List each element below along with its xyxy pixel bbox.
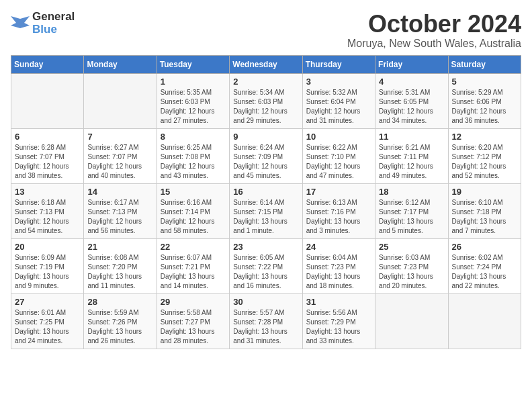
day-number: 9 [233,132,298,142]
day-number: 22 [161,242,226,252]
day-number: 31 [306,297,371,307]
day-info: Sunrise: 6:18 AMSunset: 7:13 PMDaylight:… [15,198,80,236]
title-block: October 2024 Moruya, New South Wales, Au… [347,11,521,50]
day-number: 23 [233,242,298,252]
day-info: Sunrise: 5:56 AMSunset: 7:29 PMDaylight:… [306,308,371,346]
day-number: 11 [379,132,444,142]
day-info: Sunrise: 6:27 AMSunset: 7:07 PMDaylight:… [87,143,152,181]
day-info: Sunrise: 5:32 AMSunset: 6:04 PMDaylight:… [306,88,371,126]
calendar-cell: 8Sunrise: 6:25 AMSunset: 7:08 PMDaylight… [157,128,229,183]
calendar-cell [448,293,521,349]
day-info: Sunrise: 5:35 AMSunset: 6:03 PMDaylight:… [161,88,226,126]
calendar-cell: 29Sunrise: 5:58 AMSunset: 7:27 PMDayligh… [157,293,229,349]
day-info: Sunrise: 6:13 AMSunset: 7:16 PMDaylight:… [306,198,371,236]
logo: General Blue [11,11,75,36]
calendar-cell: 16Sunrise: 6:14 AMSunset: 7:15 PMDayligh… [230,183,302,238]
week-row-4: 20Sunrise: 6:09 AMSunset: 7:19 PMDayligh… [11,238,521,293]
week-row-2: 6Sunrise: 6:28 AMSunset: 7:07 PMDaylight… [11,128,521,183]
day-info: Sunrise: 6:04 AMSunset: 7:23 PMDaylight:… [306,253,371,291]
calendar-cell [84,73,157,128]
month-title: October 2024 [347,11,521,38]
calendar-table: SundayMondayTuesdayWednesdayThursdayFrid… [11,55,521,349]
calendar-cell: 11Sunrise: 6:21 AMSunset: 7:11 PMDayligh… [375,128,448,183]
calendar-cell: 1Sunrise: 5:35 AMSunset: 6:03 PMDaylight… [157,73,229,128]
day-number: 12 [452,132,517,142]
day-number: 26 [452,242,517,252]
day-number: 8 [161,132,226,142]
day-number: 24 [306,242,371,252]
calendar-cell: 18Sunrise: 6:12 AMSunset: 7:17 PMDayligh… [375,183,448,238]
day-number: 16 [233,187,298,197]
calendar-cell: 19Sunrise: 6:10 AMSunset: 7:18 PMDayligh… [448,183,521,238]
day-info: Sunrise: 6:12 AMSunset: 7:17 PMDaylight:… [379,198,444,236]
day-number: 20 [15,242,80,252]
day-number: 28 [87,297,152,307]
day-info: Sunrise: 6:01 AMSunset: 7:25 PMDaylight:… [15,308,80,346]
day-info: Sunrise: 6:28 AMSunset: 7:07 PMDaylight:… [15,143,80,181]
day-number: 18 [379,187,444,197]
calendar-cell: 14Sunrise: 6:17 AMSunset: 7:13 PMDayligh… [84,183,157,238]
week-row-5: 27Sunrise: 6:01 AMSunset: 7:25 PMDayligh… [11,293,521,349]
calendar-cell: 17Sunrise: 6:13 AMSunset: 7:16 PMDayligh… [302,183,375,238]
header-tuesday: Tuesday [157,55,229,73]
day-info: Sunrise: 6:21 AMSunset: 7:11 PMDaylight:… [379,143,444,181]
calendar-cell: 5Sunrise: 5:29 AMSunset: 6:06 PMDaylight… [448,73,521,128]
day-info: Sunrise: 5:29 AMSunset: 6:06 PMDaylight:… [452,88,517,126]
day-number: 30 [233,297,298,307]
week-row-1: 1Sunrise: 5:35 AMSunset: 6:03 PMDaylight… [11,73,521,128]
day-number: 5 [452,77,517,87]
calendar-cell: 30Sunrise: 5:57 AMSunset: 7:28 PMDayligh… [230,293,302,349]
day-info: Sunrise: 6:09 AMSunset: 7:19 PMDaylight:… [15,253,80,291]
logo-blue: Blue [32,24,75,36]
location-title: Moruya, New South Wales, Australia [347,38,521,50]
header-friday: Friday [375,55,448,73]
day-info: Sunrise: 6:02 AMSunset: 7:24 PMDaylight:… [452,253,517,291]
calendar-cell: 9Sunrise: 6:24 AMSunset: 7:09 PMDaylight… [230,128,302,183]
page-header: General Blue October 2024 Moruya, New So… [11,11,521,50]
day-number: 3 [306,77,371,87]
calendar-cell: 28Sunrise: 5:59 AMSunset: 7:26 PMDayligh… [84,293,157,349]
header-saturday: Saturday [448,55,521,73]
day-number: 29 [161,297,226,307]
day-number: 6 [15,132,80,142]
calendar-cell: 22Sunrise: 6:07 AMSunset: 7:21 PMDayligh… [157,238,229,293]
day-info: Sunrise: 5:58 AMSunset: 7:27 PMDaylight:… [161,308,226,346]
day-info: Sunrise: 6:14 AMSunset: 7:15 PMDaylight:… [233,198,298,236]
day-number: 27 [15,297,80,307]
day-number: 13 [15,187,80,197]
calendar-cell: 21Sunrise: 6:08 AMSunset: 7:20 PMDayligh… [84,238,157,293]
day-info: Sunrise: 5:59 AMSunset: 7:26 PMDaylight:… [87,308,152,346]
calendar-cell: 2Sunrise: 5:34 AMSunset: 6:03 PMDaylight… [230,73,302,128]
calendar-cell: 10Sunrise: 6:22 AMSunset: 7:10 PMDayligh… [302,128,375,183]
calendar-cell: 3Sunrise: 5:32 AMSunset: 6:04 PMDaylight… [302,73,375,128]
calendar-cell: 12Sunrise: 6:20 AMSunset: 7:12 PMDayligh… [448,128,521,183]
day-info: Sunrise: 6:07 AMSunset: 7:21 PMDaylight:… [161,253,226,291]
day-number: 14 [87,187,152,197]
day-number: 10 [306,132,371,142]
day-info: Sunrise: 6:08 AMSunset: 7:20 PMDaylight:… [87,253,152,291]
day-number: 15 [161,187,226,197]
calendar-cell: 26Sunrise: 6:02 AMSunset: 7:24 PMDayligh… [448,238,521,293]
day-info: Sunrise: 6:03 AMSunset: 7:23 PMDaylight:… [379,253,444,291]
header-monday: Monday [84,55,157,73]
calendar-cell: 25Sunrise: 6:03 AMSunset: 7:23 PMDayligh… [375,238,448,293]
calendar-cell: 15Sunrise: 6:16 AMSunset: 7:14 PMDayligh… [157,183,229,238]
day-number: 2 [233,77,298,87]
day-number: 4 [379,77,444,87]
week-row-3: 13Sunrise: 6:18 AMSunset: 7:13 PMDayligh… [11,183,521,238]
logo-general: General [32,11,75,24]
day-info: Sunrise: 6:24 AMSunset: 7:09 PMDaylight:… [233,143,298,181]
header-wednesday: Wednesday [230,55,302,73]
logo-bird-icon [11,16,30,31]
calendar-cell [375,293,448,349]
day-info: Sunrise: 6:05 AMSunset: 7:22 PMDaylight:… [233,253,298,291]
day-number: 25 [379,242,444,252]
day-info: Sunrise: 6:17 AMSunset: 7:13 PMDaylight:… [87,198,152,236]
calendar-cell: 23Sunrise: 6:05 AMSunset: 7:22 PMDayligh… [230,238,302,293]
calendar-cell [11,73,84,128]
calendar-cell: 27Sunrise: 6:01 AMSunset: 7:25 PMDayligh… [11,293,84,349]
day-info: Sunrise: 5:34 AMSunset: 6:03 PMDaylight:… [233,88,298,126]
day-info: Sunrise: 5:57 AMSunset: 7:28 PMDaylight:… [233,308,298,346]
day-number: 19 [452,187,517,197]
day-info: Sunrise: 6:22 AMSunset: 7:10 PMDaylight:… [306,143,371,181]
